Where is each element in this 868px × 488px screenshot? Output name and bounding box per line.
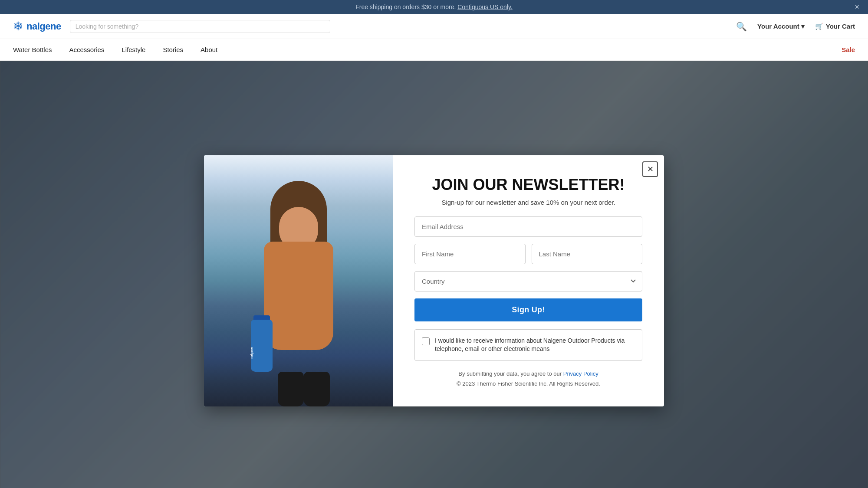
logo[interactable]: ❄ nalgene	[13, 19, 61, 33]
banner-link[interactable]: Contiguous US only.	[457, 3, 513, 10]
nav-item-sale[interactable]: Sale	[842, 39, 855, 60]
page-content: nalgene ✕ JOIN OUR NEWSLETTER! Sign-up f…	[0, 61, 868, 488]
country-select[interactable]: Country United States Canada United King…	[414, 271, 642, 291]
account-button[interactable]: Your Account ▾	[757, 23, 805, 30]
person-boot-right	[304, 372, 330, 406]
country-field-group: Country United States Canada United King…	[414, 271, 642, 291]
newsletter-modal: nalgene ✕ JOIN OUR NEWSLETTER! Sign-up f…	[204, 155, 664, 406]
first-name-field-group	[414, 244, 526, 264]
modal-subtitle: Sign-up for our newsletter and save 10% …	[414, 199, 642, 206]
nav-item-accessories[interactable]: Accessories	[69, 39, 104, 60]
search-icon[interactable]: 🔍	[736, 21, 747, 32]
account-chevron-icon: ▾	[801, 23, 805, 30]
consent-text: I would like to receive information abou…	[435, 337, 635, 354]
last-name-field-group	[532, 244, 643, 264]
banner-text: Free shipping on orders $30 or more.	[355, 3, 456, 10]
person-boot-left	[278, 372, 304, 406]
last-name-input[interactable]	[532, 244, 643, 264]
footer-line1-text: By submitting your data, you agree to ou…	[458, 370, 563, 377]
water-bottle	[251, 320, 273, 372]
person-body	[264, 242, 333, 350]
header-right: 🔍 Your Account ▾ 🛒 Your Cart	[736, 21, 855, 32]
modal-image: nalgene	[204, 155, 393, 406]
modal-overlay: nalgene ✕ JOIN OUR NEWSLETTER! Sign-up f…	[0, 61, 868, 488]
logo-word: nalgene	[26, 21, 61, 32]
search-placeholder-text: Looking for something?	[76, 23, 139, 30]
consent-section: I would like to receive information abou…	[414, 329, 642, 361]
modal-close-button[interactable]: ✕	[642, 161, 658, 177]
logo-icon: ❄	[13, 19, 23, 33]
top-banner: Free shipping on orders $30 or more. Con…	[0, 0, 868, 14]
bottle-brand-text: nalgene	[250, 347, 253, 358]
first-name-input[interactable]	[414, 244, 526, 264]
person-figure: nalgene	[238, 181, 359, 406]
nav-item-lifestyle[interactable]: Lifestyle	[122, 39, 145, 60]
cart-label: Your Cart	[826, 23, 855, 30]
cart-button[interactable]: 🛒 Your Cart	[815, 23, 855, 30]
nav-item-about[interactable]: About	[201, 39, 217, 60]
email-field-group	[414, 216, 642, 237]
modal-form-area: ✕ JOIN OUR NEWSLETTER! Sign-up for our n…	[393, 155, 664, 406]
email-input[interactable]	[414, 216, 642, 237]
nav-item-stories[interactable]: Stories	[163, 39, 183, 60]
privacy-policy-link[interactable]: Privacy Policy	[563, 370, 598, 377]
logo-text: nalgene	[26, 21, 61, 32]
navigation: Water Bottles Accessories Lifestyle Stor…	[0, 39, 868, 61]
nav-item-water-bottles[interactable]: Water Bottles	[13, 39, 52, 60]
name-fields-row	[414, 244, 642, 264]
signup-button[interactable]: Sign Up!	[414, 298, 642, 321]
consent-checkbox[interactable]	[422, 337, 430, 345]
close-banner-button[interactable]: ×	[855, 3, 859, 12]
modal-footer: By submitting your data, you agree to ou…	[414, 369, 642, 389]
search-bar[interactable]: Looking for something?	[70, 20, 330, 33]
cart-icon: 🛒	[815, 23, 823, 30]
modal-title: JOIN OUR NEWSLETTER!	[414, 176, 642, 193]
footer-copyright: © 2023 Thermo Fisher Scientific Inc. All…	[457, 380, 600, 387]
account-label: Your Account	[757, 23, 799, 30]
header: ❄ nalgene Looking for something? 🔍 Your …	[0, 14, 868, 39]
